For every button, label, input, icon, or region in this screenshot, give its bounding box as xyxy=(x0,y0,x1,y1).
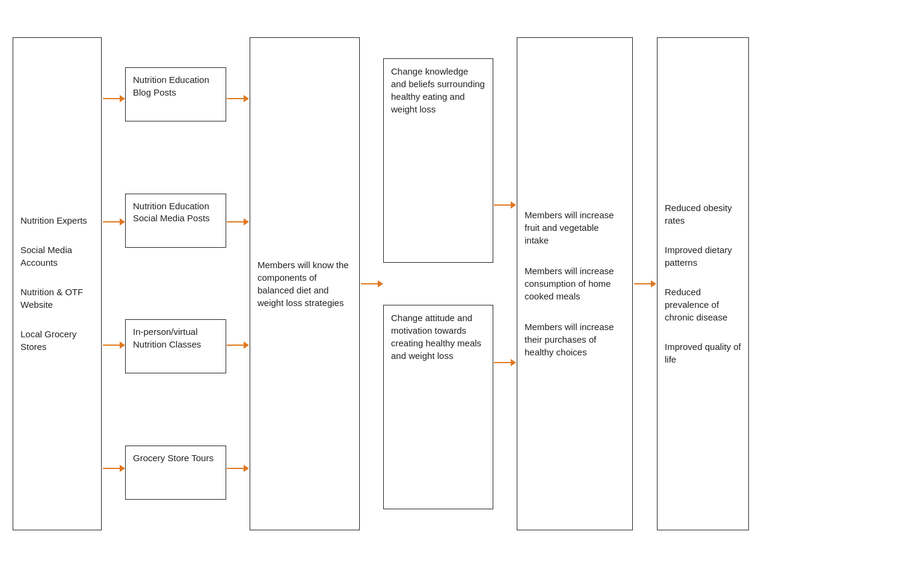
activity-to-output-arrows xyxy=(226,37,249,530)
st-outcome-box-1: Change knowledge and beliefs surrounding… xyxy=(383,58,493,263)
mt-lt-arrow xyxy=(634,280,656,287)
activity-label-4: Grocery Store Tours xyxy=(133,452,214,464)
st-outcome-label-1: Change knowledge and beliefs surrounding… xyxy=(391,65,485,115)
inputs-column: Nutrition Experts Social Media Accounts … xyxy=(12,37,102,530)
st-outcome-label-2: Change attitude and motivation towards c… xyxy=(391,311,485,362)
outputs-column: Members will know the components of bala… xyxy=(249,37,360,530)
activities-column: Nutrition Education Blog Posts Nutrition… xyxy=(125,37,226,530)
lt-outcome-3: Reduced prevalence of chronic disease xyxy=(665,286,741,323)
st-arrow-2 xyxy=(494,359,516,366)
output-to-st-arrow xyxy=(360,37,383,530)
activity-box-1: Nutrition Education Blog Posts xyxy=(125,67,226,121)
output-text: Members will know the components of bala… xyxy=(257,259,352,309)
inputs-box: Nutrition Experts Social Media Accounts … xyxy=(13,37,102,530)
lt-outcome-2: Improved dietary patterns xyxy=(665,244,741,269)
lt-outcome-4: Improved quality of life xyxy=(665,340,741,366)
arrow-1 xyxy=(103,95,125,102)
input-item-1: Nutrition Experts xyxy=(20,214,87,227)
lt-outcome-1: Reduced obesity rates xyxy=(665,201,741,227)
logic-model-diagram: Nutrition Experts Social Media Accounts … xyxy=(0,19,924,548)
input-item-2: Social Media Accounts xyxy=(20,244,94,269)
activity-box-3: In-person/virtual Nutrition Classes xyxy=(125,319,226,373)
input-item-4: Local Grocery Stores xyxy=(20,328,94,353)
st-outcome-box-2: Change attitude and motivation towards c… xyxy=(383,305,493,509)
activity-label-3: In-person/virtual Nutrition Classes xyxy=(133,326,218,351)
out-st-arrow xyxy=(361,280,383,287)
arrow-4 xyxy=(103,465,125,472)
act-arrow-3 xyxy=(227,342,249,349)
act-arrow-4 xyxy=(227,465,249,472)
act-arrow-2 xyxy=(227,218,249,225)
medium-term-outcomes-column: Members will increase fruit and vegetabl… xyxy=(516,37,633,530)
mt-to-lt-arrow xyxy=(633,37,656,530)
outputs-box: Members will know the components of bala… xyxy=(250,37,360,530)
act-arrow-1 xyxy=(227,95,249,102)
activity-label-1: Nutrition Education Blog Posts xyxy=(133,74,218,99)
lt-outcomes-box: Reduced obesity rates Improved dietary p… xyxy=(657,37,749,530)
mt-outcome-2: Members will increase consumption of hom… xyxy=(525,265,625,302)
mt-outcome-3: Members will increase their purchases of… xyxy=(525,320,625,358)
long-term-outcomes-column: Reduced obesity rates Improved dietary p… xyxy=(656,37,750,530)
st-arrow-1 xyxy=(494,201,516,209)
arrow-3 xyxy=(103,342,125,349)
arrow-2 xyxy=(103,218,125,225)
short-term-outcomes-column: Change knowledge and beliefs surrounding… xyxy=(383,37,493,530)
input-item-3: Nutrition & OTF Website xyxy=(20,286,94,311)
activity-box-2: Nutrition Education Social Media Posts xyxy=(125,194,226,248)
input-to-activity-arrows xyxy=(102,37,125,530)
mt-outcome-1: Members will increase fruit and vegetabl… xyxy=(525,209,625,247)
st-to-mt-arrows xyxy=(493,37,516,530)
activity-box-4: Grocery Store Tours xyxy=(125,446,226,500)
mt-outcomes-box: Members will increase fruit and vegetabl… xyxy=(517,37,633,530)
activity-label-2: Nutrition Education Social Media Posts xyxy=(133,200,218,225)
